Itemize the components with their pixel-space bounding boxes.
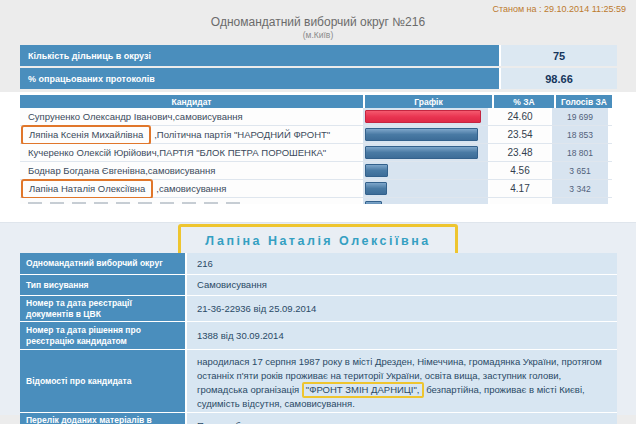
- detail-value: 216: [187, 253, 617, 274]
- percent-value: 4.56: [490, 162, 552, 179]
- clipped-text: [28, 202, 248, 204]
- candidate-detail-table: Одномандатний виборчий округ 216 Тип вис…: [20, 253, 617, 424]
- result-bar: [365, 201, 382, 204]
- status-timestamp: Станом на : 29.10.2014 11:25:59: [492, 4, 626, 14]
- orange-highlight-box: Ляпіна Ксенія Михайлівна: [21, 125, 151, 145]
- votes-value: 18 853: [552, 126, 608, 143]
- percent-value: 24.60: [490, 108, 552, 125]
- candidate-affiliation: самовисування: [148, 165, 216, 176]
- percent-value: 23.48: [490, 144, 552, 161]
- table-row: Одномандатний виборчий округ 216: [20, 253, 617, 275]
- result-bar: [365, 182, 387, 195]
- table-row: Кучеренко Олексій Юрійович , ПАРТІЯ "БЛО…: [20, 144, 612, 162]
- column-header-candidate: Кандидат: [20, 95, 365, 108]
- detail-value: 21-36-22936 від 25.09.2014: [187, 296, 617, 321]
- candidates-table-header: Кандидат Графік % ЗА Голосів ЗА: [20, 95, 612, 108]
- detail-value: 1388 від 30.09.2014: [187, 322, 617, 349]
- candidate-name: Кучеренко Олексій Юрійович: [28, 147, 157, 158]
- detail-label: Номер та дата реєстрації документів в ЦВ…: [20, 296, 187, 321]
- precincts-label: Кількість дільниць в окрузі: [20, 45, 501, 66]
- table-row: Тип висування Самовисування: [20, 275, 617, 296]
- district-stats-table: Кількість дільниць в окрузі 75 % опрацьо…: [20, 45, 617, 91]
- table-row: Номер та дата реєстрації документів в ЦВ…: [20, 296, 617, 322]
- candidate-name: Боднар Богдана Євгенівна: [28, 165, 145, 176]
- table-row: Супруненко Олександр Іванович , самовису…: [20, 108, 612, 126]
- detail-label: Одномандатний виборчий округ: [20, 253, 187, 274]
- votes-value: 3 342: [552, 180, 608, 197]
- table-row: Ляпіна Ксенія Михайлівна , Політична пар…: [20, 126, 612, 144]
- candidate-name: Лапіна Наталія Олексіївна: [29, 183, 145, 194]
- table-row: Лапіна Наталія Олексіївна , самовисуванн…: [20, 180, 612, 198]
- protocols-label: % опрацьованих протоколів: [20, 68, 501, 89]
- table-row: Номер та дата рішення про реєстрацію кан…: [20, 322, 617, 350]
- stats-row-precincts: Кількість дільниць в окрузі 75: [20, 45, 617, 66]
- column-header-graph: Графік: [365, 95, 494, 108]
- column-header-votes: Голосів ЗА: [556, 95, 612, 108]
- bio-highlighted-text: "ФРОНТ ЗМІН ДАРНИЦІ",: [306, 384, 420, 395]
- percent-value: 4.17: [490, 180, 552, 197]
- stats-row-protocols: % опрацьованих протоколів 98.66: [20, 68, 617, 89]
- cropped-table-row: [20, 198, 612, 204]
- candidates-table: Кандидат Графік % ЗА Голосів ЗА Супрунен…: [20, 95, 612, 204]
- candidate-affiliation: самовисування: [175, 111, 243, 122]
- detail-label: Відомості про кандидата: [20, 350, 187, 412]
- election-program-link[interactable]: Передвиборна програма: [187, 413, 617, 424]
- candidate-affiliation: Політична партія "НАРОДНИЙ ФРОНТ": [157, 129, 330, 140]
- result-bar: [365, 128, 478, 141]
- votes-value: 18 801: [552, 144, 608, 161]
- result-bar: [365, 164, 388, 177]
- column-header-percent: % ЗА: [494, 95, 556, 108]
- orange-highlight-box: Лапіна Наталія Олексіївна: [21, 179, 153, 199]
- protocols-value: 98.66: [501, 68, 617, 89]
- detail-value: Самовисування: [187, 275, 617, 295]
- detail-label: Номер та дата рішення про реєстрацію кан…: [20, 322, 187, 349]
- votes-value: 19 699: [552, 108, 608, 125]
- cvk-election-page: Станом на : 29.10.2014 11:25:59 Одноманд…: [0, 0, 636, 424]
- candidate-affiliation: ПАРТІЯ "БЛОК ПЕТРА ПОРОШЕНКА": [159, 147, 326, 158]
- candidate-detail-title: Лапіна Наталія Олексіївна: [205, 234, 430, 248]
- percent-value: 23.54: [490, 126, 552, 143]
- candidate-name: Супруненко Олександр Іванович: [28, 111, 172, 122]
- page-subtitle: (м.Київ): [0, 30, 636, 40]
- detail-label: Перелік доданих матеріалів в електронном…: [20, 413, 187, 424]
- precincts-value: 75: [501, 45, 617, 66]
- candidate-bio: народилася 17 серпня 1987 року в місті Д…: [187, 350, 617, 412]
- table-row: Перелік доданих матеріалів в електронном…: [20, 413, 617, 424]
- votes-value: 3 651: [552, 162, 608, 179]
- table-row-bio: Відомості про кандидата народилася 17 се…: [20, 350, 617, 413]
- table-row: Боднар Богдана Євгенівна , самовисування…: [20, 162, 612, 180]
- candidate-affiliation: самовисування: [159, 183, 227, 194]
- result-bar: [365, 146, 478, 159]
- page-title: Одномандатний виборчий округ №216: [0, 15, 636, 29]
- result-bar: [365, 110, 481, 123]
- detail-label: Тип висування: [20, 275, 187, 295]
- yellow-highlight-box: "ФРОНТ ЗМІН ДАРНИЦІ",: [302, 382, 424, 398]
- candidate-name: Ляпіна Ксенія Михайлівна: [29, 129, 143, 140]
